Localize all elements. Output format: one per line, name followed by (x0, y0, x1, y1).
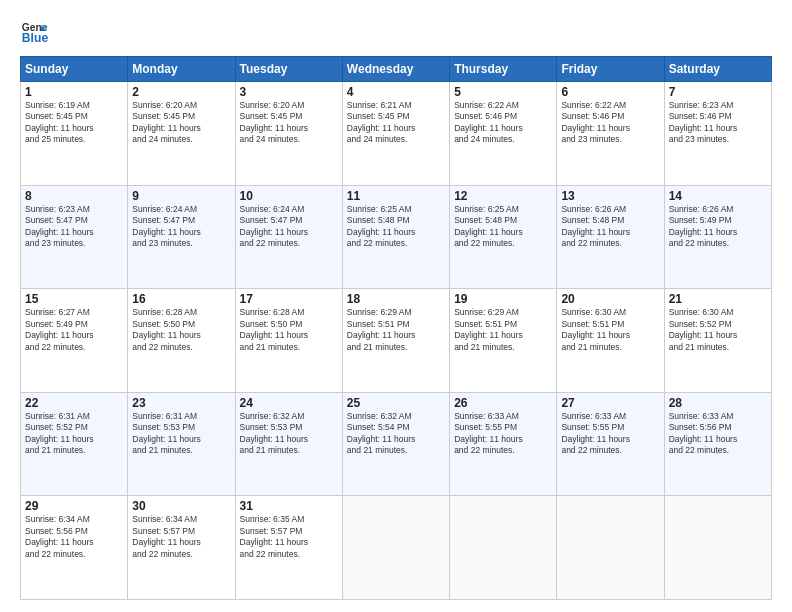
calendar-cell: 4Sunrise: 6:21 AMSunset: 5:45 PMDaylight… (342, 82, 449, 186)
day-number: 19 (454, 292, 552, 306)
calendar-cell: 16Sunrise: 6:28 AMSunset: 5:50 PMDayligh… (128, 289, 235, 393)
day-number: 27 (561, 396, 659, 410)
day-number: 16 (132, 292, 230, 306)
calendar-cell: 8Sunrise: 6:23 AMSunset: 5:47 PMDaylight… (21, 185, 128, 289)
day-number: 3 (240, 85, 338, 99)
calendar-cell: 18Sunrise: 6:29 AMSunset: 5:51 PMDayligh… (342, 289, 449, 393)
day-number: 20 (561, 292, 659, 306)
day-info: Sunrise: 6:27 AMSunset: 5:49 PMDaylight:… (25, 307, 123, 353)
calendar-cell: 7Sunrise: 6:23 AMSunset: 5:46 PMDaylight… (664, 82, 771, 186)
day-info: Sunrise: 6:31 AMSunset: 5:53 PMDaylight:… (132, 411, 230, 457)
day-number: 13 (561, 189, 659, 203)
calendar-cell: 20Sunrise: 6:30 AMSunset: 5:51 PMDayligh… (557, 289, 664, 393)
day-info: Sunrise: 6:25 AMSunset: 5:48 PMDaylight:… (347, 204, 445, 250)
calendar-cell: 17Sunrise: 6:28 AMSunset: 5:50 PMDayligh… (235, 289, 342, 393)
day-number: 11 (347, 189, 445, 203)
calendar-cell: 14Sunrise: 6:26 AMSunset: 5:49 PMDayligh… (664, 185, 771, 289)
day-number: 22 (25, 396, 123, 410)
calendar-cell (342, 496, 449, 600)
day-number: 29 (25, 499, 123, 513)
day-number: 26 (454, 396, 552, 410)
day-info: Sunrise: 6:31 AMSunset: 5:52 PMDaylight:… (25, 411, 123, 457)
day-number: 23 (132, 396, 230, 410)
day-number: 30 (132, 499, 230, 513)
calendar-cell: 29Sunrise: 6:34 AMSunset: 5:56 PMDayligh… (21, 496, 128, 600)
day-header-tuesday: Tuesday (235, 57, 342, 82)
calendar-cell: 5Sunrise: 6:22 AMSunset: 5:46 PMDaylight… (450, 82, 557, 186)
day-info: Sunrise: 6:19 AMSunset: 5:45 PMDaylight:… (25, 100, 123, 146)
day-info: Sunrise: 6:26 AMSunset: 5:49 PMDaylight:… (669, 204, 767, 250)
day-number: 7 (669, 85, 767, 99)
day-number: 15 (25, 292, 123, 306)
calendar-cell: 19Sunrise: 6:29 AMSunset: 5:51 PMDayligh… (450, 289, 557, 393)
day-number: 24 (240, 396, 338, 410)
day-number: 25 (347, 396, 445, 410)
day-info: Sunrise: 6:23 AMSunset: 5:46 PMDaylight:… (669, 100, 767, 146)
day-header-sunday: Sunday (21, 57, 128, 82)
day-number: 17 (240, 292, 338, 306)
day-info: Sunrise: 6:26 AMSunset: 5:48 PMDaylight:… (561, 204, 659, 250)
day-info: Sunrise: 6:30 AMSunset: 5:51 PMDaylight:… (561, 307, 659, 353)
day-header-wednesday: Wednesday (342, 57, 449, 82)
day-info: Sunrise: 6:33 AMSunset: 5:55 PMDaylight:… (454, 411, 552, 457)
day-info: Sunrise: 6:33 AMSunset: 5:55 PMDaylight:… (561, 411, 659, 457)
day-number: 8 (25, 189, 123, 203)
calendar-cell: 9Sunrise: 6:24 AMSunset: 5:47 PMDaylight… (128, 185, 235, 289)
day-number: 6 (561, 85, 659, 99)
calendar-cell: 1Sunrise: 6:19 AMSunset: 5:45 PMDaylight… (21, 82, 128, 186)
logo: General Blue (20, 18, 52, 46)
day-header-monday: Monday (128, 57, 235, 82)
day-number: 2 (132, 85, 230, 99)
calendar-cell (557, 496, 664, 600)
day-info: Sunrise: 6:28 AMSunset: 5:50 PMDaylight:… (240, 307, 338, 353)
day-info: Sunrise: 6:33 AMSunset: 5:56 PMDaylight:… (669, 411, 767, 457)
calendar-cell: 21Sunrise: 6:30 AMSunset: 5:52 PMDayligh… (664, 289, 771, 393)
day-info: Sunrise: 6:25 AMSunset: 5:48 PMDaylight:… (454, 204, 552, 250)
day-number: 14 (669, 189, 767, 203)
svg-text:Blue: Blue (22, 31, 48, 45)
day-info: Sunrise: 6:29 AMSunset: 5:51 PMDaylight:… (454, 307, 552, 353)
day-info: Sunrise: 6:21 AMSunset: 5:45 PMDaylight:… (347, 100, 445, 146)
calendar-table: SundayMondayTuesdayWednesdayThursdayFrid… (20, 56, 772, 600)
day-number: 1 (25, 85, 123, 99)
header: General Blue (20, 18, 772, 46)
day-info: Sunrise: 6:30 AMSunset: 5:52 PMDaylight:… (669, 307, 767, 353)
day-info: Sunrise: 6:22 AMSunset: 5:46 PMDaylight:… (454, 100, 552, 146)
day-header-friday: Friday (557, 57, 664, 82)
day-info: Sunrise: 6:24 AMSunset: 5:47 PMDaylight:… (240, 204, 338, 250)
calendar-cell: 24Sunrise: 6:32 AMSunset: 5:53 PMDayligh… (235, 392, 342, 496)
day-info: Sunrise: 6:35 AMSunset: 5:57 PMDaylight:… (240, 514, 338, 560)
day-info: Sunrise: 6:32 AMSunset: 5:53 PMDaylight:… (240, 411, 338, 457)
logo-icon: General Blue (20, 18, 48, 46)
calendar-cell: 27Sunrise: 6:33 AMSunset: 5:55 PMDayligh… (557, 392, 664, 496)
day-header-saturday: Saturday (664, 57, 771, 82)
day-info: Sunrise: 6:28 AMSunset: 5:50 PMDaylight:… (132, 307, 230, 353)
calendar-cell: 22Sunrise: 6:31 AMSunset: 5:52 PMDayligh… (21, 392, 128, 496)
calendar-cell: 15Sunrise: 6:27 AMSunset: 5:49 PMDayligh… (21, 289, 128, 393)
calendar-cell: 13Sunrise: 6:26 AMSunset: 5:48 PMDayligh… (557, 185, 664, 289)
calendar-cell: 28Sunrise: 6:33 AMSunset: 5:56 PMDayligh… (664, 392, 771, 496)
day-number: 31 (240, 499, 338, 513)
calendar-cell: 6Sunrise: 6:22 AMSunset: 5:46 PMDaylight… (557, 82, 664, 186)
calendar-cell: 10Sunrise: 6:24 AMSunset: 5:47 PMDayligh… (235, 185, 342, 289)
day-header-thursday: Thursday (450, 57, 557, 82)
calendar-cell: 26Sunrise: 6:33 AMSunset: 5:55 PMDayligh… (450, 392, 557, 496)
day-info: Sunrise: 6:23 AMSunset: 5:47 PMDaylight:… (25, 204, 123, 250)
day-number: 28 (669, 396, 767, 410)
day-info: Sunrise: 6:20 AMSunset: 5:45 PMDaylight:… (240, 100, 338, 146)
day-number: 18 (347, 292, 445, 306)
day-info: Sunrise: 6:24 AMSunset: 5:47 PMDaylight:… (132, 204, 230, 250)
calendar-cell: 23Sunrise: 6:31 AMSunset: 5:53 PMDayligh… (128, 392, 235, 496)
day-number: 10 (240, 189, 338, 203)
calendar-cell: 12Sunrise: 6:25 AMSunset: 5:48 PMDayligh… (450, 185, 557, 289)
day-info: Sunrise: 6:20 AMSunset: 5:45 PMDaylight:… (132, 100, 230, 146)
page: General Blue SundayMondayTuesdayWednesda… (0, 0, 792, 612)
day-info: Sunrise: 6:22 AMSunset: 5:46 PMDaylight:… (561, 100, 659, 146)
calendar-cell (664, 496, 771, 600)
day-info: Sunrise: 6:32 AMSunset: 5:54 PMDaylight:… (347, 411, 445, 457)
day-number: 12 (454, 189, 552, 203)
day-info: Sunrise: 6:29 AMSunset: 5:51 PMDaylight:… (347, 307, 445, 353)
calendar-cell (450, 496, 557, 600)
day-number: 21 (669, 292, 767, 306)
calendar-cell: 11Sunrise: 6:25 AMSunset: 5:48 PMDayligh… (342, 185, 449, 289)
